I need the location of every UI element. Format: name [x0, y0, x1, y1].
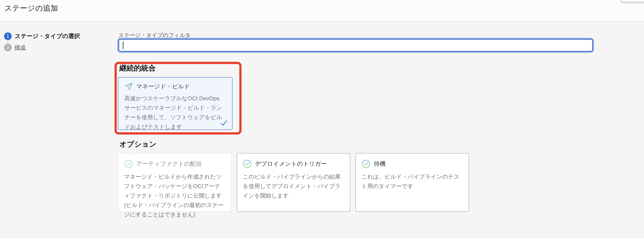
step-label: ステージ・タイプの選択 [15, 32, 80, 40]
filter-label: ステージ・タイプのフィルタ [118, 32, 191, 39]
check-circle-icon [243, 160, 252, 168]
step-link[interactable]: 構成 [15, 44, 26, 51]
stage-card-trigger-deployment[interactable]: デプロイメントのトリガー このビルド・パイプラインからの結果を使用してデプロイメ… [237, 153, 350, 212]
card-description: マネージド・ビルドから作成されたソフトウェア・パッケージをOCIアーティファクト… [124, 172, 226, 219]
card-title: 待機 [374, 160, 386, 168]
cutoff-floating-element [620, 0, 644, 2]
page-header: ステージの追加 [0, 0, 644, 21]
card-title: デプロイメントのトリガー [255, 160, 327, 168]
card-title: アーティファクトの配信 [136, 160, 202, 168]
stage-card-deliver-artifacts: アーティファクトの配信 マネージド・ビルドから作成されたソフトウェア・パッケージ… [118, 153, 232, 212]
stepper-step-select-type: 1 ステージ・タイプの選択 [4, 32, 80, 40]
option-cards-row: アーティファクトの配信 マネージド・ビルドから作成されたソフトウェア・パッケージ… [118, 153, 469, 212]
selected-check-icon [219, 118, 228, 127]
stage-type-filter-input[interactable] [118, 39, 593, 51]
stage-card-managed-build[interactable]: マネージド・ビルド 高速かつスケーラブルなOCI DevOpsサービスのマネージ… [118, 77, 232, 130]
stage-card-wait[interactable]: 待機 これは、ビルド・パイプラインのテスト用のタイマーです [356, 153, 469, 212]
section-heading-continuous-integration: 継続的統合 [119, 63, 156, 73]
stepper-connector-line [8, 40, 8, 44]
step-number-badge: 1 [4, 32, 12, 40]
text-caret [123, 42, 124, 49]
wizard-stepper: 1 ステージ・タイプの選択 2 構成 [4, 32, 80, 51]
check-circle-icon [362, 160, 370, 168]
page-title: ステージの追加 [4, 3, 58, 13]
stepper-step-configure[interactable]: 2 構成 [4, 44, 80, 51]
section-heading-options: オプション [119, 139, 156, 149]
card-title: マネージド・ビルド [136, 83, 190, 91]
card-description: このビルド・パイプラインからの結果を使用してデプロイメント・パイプラインを開始し… [243, 172, 344, 200]
card-description: これは、ビルド・パイプラインのテスト用のタイマーです [362, 172, 463, 191]
step-number-badge: 2 [4, 44, 12, 51]
paper-plane-icon [124, 82, 133, 91]
check-circle-icon [124, 160, 133, 168]
card-description: 高速かつスケーラブルなOCI DevOpsサービスのマネージド・ビルド・ランナー… [124, 94, 224, 131]
